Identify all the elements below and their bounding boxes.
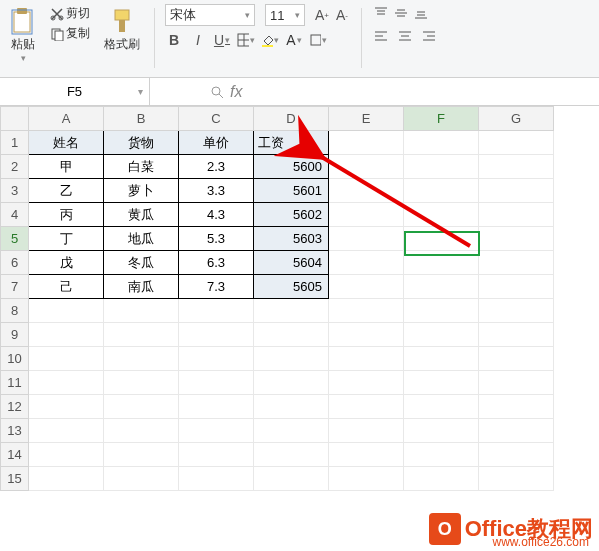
cell[interactable] xyxy=(479,395,554,419)
cell[interactable] xyxy=(479,299,554,323)
cell[interactable]: 黄瓜 xyxy=(104,203,179,227)
column-header[interactable]: G xyxy=(479,107,554,131)
cell[interactable] xyxy=(254,371,329,395)
row-header[interactable]: 10 xyxy=(1,347,29,371)
cell[interactable]: 货物 xyxy=(104,131,179,155)
cell[interactable] xyxy=(479,419,554,443)
cell[interactable]: 4.3 xyxy=(179,203,254,227)
cell[interactable] xyxy=(404,395,479,419)
cell[interactable] xyxy=(104,371,179,395)
cell[interactable] xyxy=(254,419,329,443)
cell[interactable] xyxy=(404,371,479,395)
cell[interactable] xyxy=(254,443,329,467)
cell[interactable] xyxy=(404,299,479,323)
cell[interactable] xyxy=(29,347,104,371)
cell[interactable]: 乙 xyxy=(29,179,104,203)
cell[interactable] xyxy=(254,467,329,491)
cell[interactable] xyxy=(179,371,254,395)
row-header[interactable]: 9 xyxy=(1,323,29,347)
cell[interactable] xyxy=(404,275,479,299)
column-header[interactable]: F xyxy=(404,107,479,131)
cell[interactable] xyxy=(254,395,329,419)
font-name-select[interactable]: 宋体▾ xyxy=(165,4,255,26)
row-header[interactable]: 6 xyxy=(1,251,29,275)
cell[interactable] xyxy=(104,323,179,347)
row-header[interactable]: 12 xyxy=(1,395,29,419)
cell[interactable]: 7.3 xyxy=(179,275,254,299)
cell[interactable] xyxy=(479,347,554,371)
row-header[interactable]: 8 xyxy=(1,299,29,323)
column-header[interactable]: A xyxy=(29,107,104,131)
cell[interactable] xyxy=(479,371,554,395)
column-header[interactable]: C xyxy=(179,107,254,131)
column-header[interactable]: D xyxy=(254,107,329,131)
cell[interactable] xyxy=(404,347,479,371)
cell[interactable] xyxy=(479,155,554,179)
align-middle-button[interactable] xyxy=(392,4,410,22)
cell[interactable] xyxy=(29,419,104,443)
cell[interactable]: 5.3 xyxy=(179,227,254,251)
cell[interactable] xyxy=(329,419,404,443)
row-header[interactable]: 14 xyxy=(1,443,29,467)
decrease-font-button[interactable]: A- xyxy=(333,6,351,24)
column-header[interactable]: B xyxy=(104,107,179,131)
cell[interactable] xyxy=(479,203,554,227)
cell[interactable]: 丙 xyxy=(29,203,104,227)
cell[interactable]: 2.3 xyxy=(179,155,254,179)
column-header[interactable]: E xyxy=(329,107,404,131)
cell[interactable] xyxy=(104,347,179,371)
cell[interactable] xyxy=(104,467,179,491)
cell[interactable] xyxy=(479,227,554,251)
cell[interactable]: 地瓜 xyxy=(104,227,179,251)
borders-button[interactable]: ▾ xyxy=(237,31,255,49)
align-bottom-button[interactable] xyxy=(412,4,430,22)
underline-button[interactable]: U▾ xyxy=(213,31,231,49)
cell[interactable]: 单价 xyxy=(179,131,254,155)
cell[interactable] xyxy=(179,443,254,467)
row-header[interactable]: 1 xyxy=(1,131,29,155)
cell[interactable]: 己 xyxy=(29,275,104,299)
cell[interactable] xyxy=(29,467,104,491)
cell[interactable]: 冬瓜 xyxy=(104,251,179,275)
cell[interactable]: 3.3 xyxy=(179,179,254,203)
row-header[interactable]: 11 xyxy=(1,371,29,395)
select-all-corner[interactable] xyxy=(1,107,29,131)
align-right-button[interactable] xyxy=(420,27,438,45)
cell[interactable] xyxy=(254,299,329,323)
format-painter-button[interactable]: 格式刷 xyxy=(100,4,144,55)
row-header[interactable]: 15 xyxy=(1,467,29,491)
highlight-button[interactable]: ▾ xyxy=(309,31,327,49)
align-left-button[interactable] xyxy=(372,27,390,45)
cell[interactable] xyxy=(179,347,254,371)
row-header[interactable]: 2 xyxy=(1,155,29,179)
cell[interactable] xyxy=(29,323,104,347)
cell[interactable] xyxy=(29,299,104,323)
align-center-button[interactable] xyxy=(396,27,414,45)
cell[interactable] xyxy=(329,299,404,323)
cell[interactable]: 南瓜 xyxy=(104,275,179,299)
cell[interactable]: 甲 xyxy=(29,155,104,179)
row-header[interactable]: 5 xyxy=(1,227,29,251)
fill-color-button[interactable]: ▾ xyxy=(261,31,279,49)
cell[interactable] xyxy=(29,371,104,395)
cell[interactable] xyxy=(179,299,254,323)
cell[interactable] xyxy=(179,395,254,419)
cell[interactable] xyxy=(29,443,104,467)
cell[interactable]: 戊 xyxy=(29,251,104,275)
font-size-select[interactable]: 11▾ xyxy=(265,4,305,26)
cell[interactable] xyxy=(479,179,554,203)
cell[interactable]: 萝卜 xyxy=(104,179,179,203)
cell[interactable] xyxy=(479,251,554,275)
spreadsheet-grid[interactable]: A B C D E F G 1 姓名 货物 单价 工资 2 甲 白菜 2.3 5… xyxy=(0,106,599,491)
increase-font-button[interactable]: A+ xyxy=(313,6,331,24)
font-color-button[interactable]: A▾ xyxy=(285,31,303,49)
cell[interactable] xyxy=(404,467,479,491)
cell[interactable] xyxy=(329,371,404,395)
paste-button[interactable]: 粘贴▾ xyxy=(6,4,40,65)
cell[interactable]: 丁 xyxy=(29,227,104,251)
align-top-button[interactable] xyxy=(372,4,390,22)
cell[interactable] xyxy=(29,395,104,419)
cell[interactable] xyxy=(104,299,179,323)
row-header[interactable]: 4 xyxy=(1,203,29,227)
cell[interactable]: 5605 xyxy=(254,275,329,299)
